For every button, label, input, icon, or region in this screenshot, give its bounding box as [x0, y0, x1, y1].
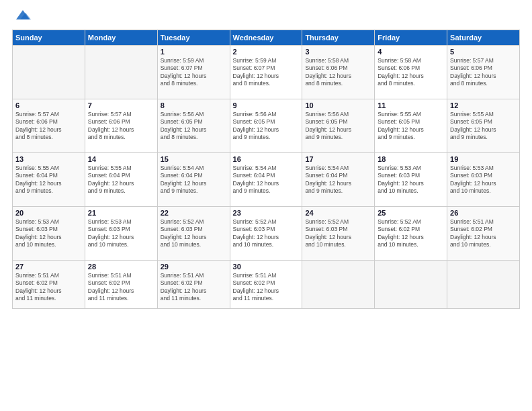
week-row-5: 27Sunrise: 5:51 AM Sunset: 6:02 PM Dayli… [13, 260, 520, 308]
day-info: Sunrise: 5:51 AM Sunset: 6:02 PM Dayligh… [15, 272, 82, 303]
day-info: Sunrise: 5:51 AM Sunset: 6:02 PM Dayligh… [233, 272, 300, 303]
day-cell: 17Sunrise: 5:54 AM Sunset: 6:04 PM Dayli… [302, 152, 375, 206]
day-cell: 22Sunrise: 5:52 AM Sunset: 6:03 PM Dayli… [157, 206, 230, 260]
day-cell: 23Sunrise: 5:52 AM Sunset: 6:03 PM Dayli… [230, 206, 302, 260]
weekday-header-wednesday: Wednesday [230, 30, 302, 45]
day-info: Sunrise: 5:56 AM Sunset: 6:05 PM Dayligh… [161, 111, 227, 142]
day-number: 13 [15, 155, 82, 163]
day-info: Sunrise: 5:51 AM Sunset: 6:02 PM Dayligh… [450, 218, 517, 249]
day-cell: 15Sunrise: 5:54 AM Sunset: 6:04 PM Dayli… [157, 152, 230, 206]
day-info: Sunrise: 5:55 AM Sunset: 6:05 PM Dayligh… [450, 111, 517, 142]
day-number: 18 [378, 155, 444, 163]
day-cell: 28Sunrise: 5:51 AM Sunset: 6:02 PM Dayli… [85, 260, 157, 308]
day-info: Sunrise: 5:54 AM Sunset: 6:04 PM Dayligh… [233, 165, 300, 195]
day-number: 25 [378, 209, 444, 217]
day-cell: 14Sunrise: 5:55 AM Sunset: 6:04 PM Dayli… [85, 152, 157, 206]
day-info: Sunrise: 5:55 AM Sunset: 6:05 PM Dayligh… [378, 111, 444, 142]
day-cell: 20Sunrise: 5:53 AM Sunset: 6:03 PM Dayli… [13, 206, 85, 260]
day-info: Sunrise: 5:51 AM Sunset: 6:02 PM Dayligh… [88, 272, 154, 303]
day-info: Sunrise: 5:54 AM Sunset: 6:04 PM Dayligh… [161, 165, 227, 195]
day-number: 4 [378, 48, 444, 56]
day-cell: 29Sunrise: 5:51 AM Sunset: 6:02 PM Dayli… [157, 260, 230, 308]
day-number: 8 [161, 101, 227, 109]
week-row-2: 6Sunrise: 5:57 AM Sunset: 6:06 PM Daylig… [13, 99, 520, 152]
day-info: Sunrise: 5:56 AM Sunset: 6:05 PM Dayligh… [233, 111, 300, 142]
calendar-page: SundayMondayTuesdayWednesdayThursdayFrid… [0, 0, 532, 411]
weekday-header-saturday: Saturday [447, 30, 520, 45]
day-cell: 1Sunrise: 5:59 AM Sunset: 6:07 PM Daylig… [157, 45, 230, 99]
day-cell [85, 45, 157, 99]
day-info: Sunrise: 5:52 AM Sunset: 6:03 PM Dayligh… [305, 218, 371, 249]
day-cell: 26Sunrise: 5:51 AM Sunset: 6:02 PM Dayli… [447, 206, 520, 260]
day-number: 20 [15, 209, 82, 217]
weekday-header-tuesday: Tuesday [157, 30, 230, 45]
day-info: Sunrise: 5:53 AM Sunset: 6:03 PM Dayligh… [450, 165, 517, 195]
day-cell: 21Sunrise: 5:53 AM Sunset: 6:03 PM Dayli… [85, 206, 157, 260]
logo-icon [13, 7, 32, 22]
day-number: 6 [15, 101, 82, 109]
day-number: 7 [88, 101, 154, 109]
weekday-header-friday: Friday [375, 30, 447, 45]
day-cell [375, 260, 447, 308]
day-cell: 2Sunrise: 5:59 AM Sunset: 6:07 PM Daylig… [230, 45, 302, 99]
day-cell: 6Sunrise: 5:57 AM Sunset: 6:06 PM Daylig… [13, 99, 85, 152]
day-info: Sunrise: 5:51 AM Sunset: 6:02 PM Dayligh… [161, 272, 227, 303]
day-cell: 25Sunrise: 5:52 AM Sunset: 6:02 PM Dayli… [375, 206, 447, 260]
day-info: Sunrise: 5:59 AM Sunset: 6:07 PM Dayligh… [161, 57, 227, 88]
week-row-1: 1Sunrise: 5:59 AM Sunset: 6:07 PM Daylig… [13, 45, 520, 99]
day-cell: 5Sunrise: 5:57 AM Sunset: 6:06 PM Daylig… [447, 45, 520, 99]
day-number: 2 [233, 48, 300, 56]
day-number: 10 [305, 101, 371, 109]
day-cell: 13Sunrise: 5:55 AM Sunset: 6:04 PM Dayli… [13, 152, 85, 206]
day-number: 30 [233, 263, 300, 271]
day-info: Sunrise: 5:52 AM Sunset: 6:03 PM Dayligh… [161, 218, 227, 249]
day-number: 19 [450, 155, 517, 163]
day-number: 5 [450, 48, 517, 56]
week-row-3: 13Sunrise: 5:55 AM Sunset: 6:04 PM Dayli… [13, 152, 520, 206]
day-cell: 24Sunrise: 5:52 AM Sunset: 6:03 PM Dayli… [302, 206, 375, 260]
day-cell: 7Sunrise: 5:57 AM Sunset: 6:06 PM Daylig… [85, 99, 157, 152]
day-number: 23 [233, 209, 300, 217]
day-cell: 3Sunrise: 5:58 AM Sunset: 6:06 PM Daylig… [302, 45, 375, 99]
day-cell: 10Sunrise: 5:56 AM Sunset: 6:05 PM Dayli… [302, 99, 375, 152]
logo [12, 11, 32, 24]
weekday-header-sunday: Sunday [13, 30, 85, 45]
day-info: Sunrise: 5:55 AM Sunset: 6:04 PM Dayligh… [15, 165, 82, 195]
day-number: 21 [88, 209, 154, 217]
day-cell [447, 260, 520, 308]
day-cell: 19Sunrise: 5:53 AM Sunset: 6:03 PM Dayli… [447, 152, 520, 206]
day-number: 29 [161, 263, 227, 271]
day-info: Sunrise: 5:58 AM Sunset: 6:06 PM Dayligh… [305, 57, 371, 88]
day-cell: 16Sunrise: 5:54 AM Sunset: 6:04 PM Dayli… [230, 152, 302, 206]
day-number: 14 [88, 155, 154, 163]
day-info: Sunrise: 5:57 AM Sunset: 6:06 PM Dayligh… [15, 111, 82, 142]
day-info: Sunrise: 5:52 AM Sunset: 6:02 PM Dayligh… [378, 218, 444, 249]
day-number: 3 [305, 48, 371, 56]
header [12, 11, 520, 24]
day-info: Sunrise: 5:53 AM Sunset: 6:03 PM Dayligh… [378, 165, 444, 195]
day-cell: 9Sunrise: 5:56 AM Sunset: 6:05 PM Daylig… [230, 99, 302, 152]
day-cell [302, 260, 375, 308]
day-info: Sunrise: 5:53 AM Sunset: 6:03 PM Dayligh… [15, 218, 82, 249]
weekday-header-row: SundayMondayTuesdayWednesdayThursdayFrid… [13, 30, 520, 45]
day-info: Sunrise: 5:56 AM Sunset: 6:05 PM Dayligh… [305, 111, 371, 142]
day-info: Sunrise: 5:58 AM Sunset: 6:06 PM Dayligh… [378, 57, 444, 88]
day-info: Sunrise: 5:52 AM Sunset: 6:03 PM Dayligh… [233, 218, 300, 249]
day-number: 22 [161, 209, 227, 217]
day-cell: 12Sunrise: 5:55 AM Sunset: 6:05 PM Dayli… [447, 99, 520, 152]
calendar-table: SundayMondayTuesdayWednesdayThursdayFrid… [12, 30, 520, 309]
day-cell: 8Sunrise: 5:56 AM Sunset: 6:05 PM Daylig… [157, 99, 230, 152]
day-number: 26 [450, 209, 517, 217]
day-number: 9 [233, 101, 300, 109]
day-number: 11 [378, 101, 444, 109]
day-number: 1 [161, 48, 227, 56]
day-info: Sunrise: 5:55 AM Sunset: 6:04 PM Dayligh… [88, 165, 154, 195]
day-number: 12 [450, 101, 517, 109]
day-number: 24 [305, 209, 371, 217]
day-info: Sunrise: 5:57 AM Sunset: 6:06 PM Dayligh… [88, 111, 154, 142]
day-number: 17 [305, 155, 371, 163]
day-cell: 4Sunrise: 5:58 AM Sunset: 6:06 PM Daylig… [375, 45, 447, 99]
weekday-header-thursday: Thursday [302, 30, 375, 45]
day-info: Sunrise: 5:57 AM Sunset: 6:06 PM Dayligh… [450, 57, 517, 88]
week-row-4: 20Sunrise: 5:53 AM Sunset: 6:03 PM Dayli… [13, 206, 520, 260]
